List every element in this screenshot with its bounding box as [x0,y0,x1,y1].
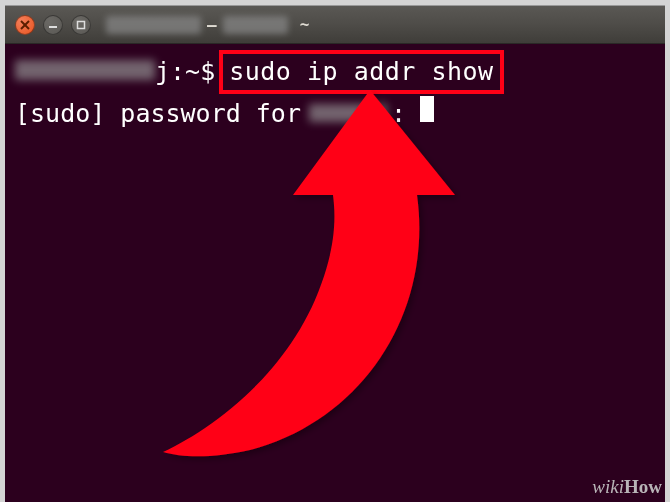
terminal-line-command: j:~$ sudo ip addr show [15,50,655,94]
password-colon: : [391,96,406,132]
watermark: wikiHow [592,476,662,498]
svg-rect-3 [78,21,85,28]
prompt-suffix: j:~$ [155,54,215,90]
watermark-how: How [624,476,662,497]
close-button[interactable] [15,15,35,35]
password-prompt-text: [sudo] password for [15,96,301,132]
command-text: sudo ip addr show [229,57,493,86]
highlighted-command-box: sudo ip addr show [219,50,503,94]
window-controls [15,15,91,35]
window-title: — ~ [106,15,309,34]
terminal-cursor [420,96,434,122]
blurred-hostname [223,16,288,34]
title-tilde: ~ [300,15,310,34]
minimize-icon [48,20,58,30]
terminal-line-password: [sudo] password for : [15,96,655,132]
blurred-prompt-user [15,60,155,80]
minimize-button[interactable] [43,15,63,35]
terminal-body[interactable]: j:~$ sudo ip addr show [sudo] password f… [5,44,665,139]
maximize-icon [76,20,86,30]
watermark-wiki: wiki [592,476,624,497]
blurred-username [106,16,201,34]
window-titlebar[interactable]: — ~ [5,6,665,44]
maximize-button[interactable] [71,15,91,35]
terminal-window: — ~ j:~$ sudo ip addr show [sudo] passwo… [5,5,665,502]
close-icon [20,20,30,30]
blurred-password-user [309,104,387,122]
title-at: — [207,15,217,34]
